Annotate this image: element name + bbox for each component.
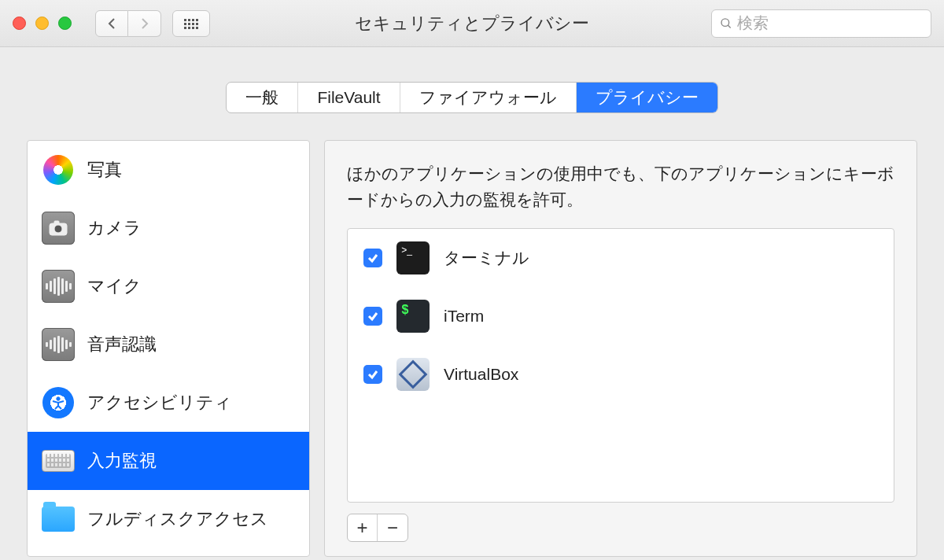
checkbox-virtualbox[interactable] [363,365,382,384]
app-row-terminal[interactable]: ターミナル [348,229,894,287]
folder-icon [42,503,75,536]
sidebar-item-accessibility[interactable]: アクセシビリティ [28,374,309,432]
app-name-label: iTerm [444,307,484,326]
checkbox-terminal[interactable] [363,249,382,267]
pane-description: ほかのアプリケーションの使用中でも、下のアプリケーションにキーボードからの入力の… [347,161,894,212]
sidebar-item-microphone[interactable]: マイク [28,257,309,315]
app-name-label: VirtualBox [444,365,518,384]
search-input[interactable] [737,14,923,32]
sidebar-item-full-disk[interactable]: フルディスクアクセス [28,490,309,548]
tabs-row: 一般 FileVault ファイアウォール プライバシー [0,47,944,113]
sidebar-item-label: マイク [87,274,142,298]
sidebar-item-label: カメラ [87,216,142,240]
show-all-button[interactable] [172,10,210,37]
titlebar: セキュリティとプライバシー [0,0,944,47]
maximize-window-button[interactable] [58,17,72,30]
sidebar-item-input-monitoring[interactable]: 入力監視 [28,432,309,490]
svg-line-1 [728,25,730,28]
sidebar-item-label: 写真 [87,158,122,182]
forward-button[interactable] [128,10,161,37]
window-controls [13,17,72,30]
sidebar-item-label: 入力監視 [87,449,157,473]
virtualbox-icon [396,358,430,391]
sidebar-item-label: 音声認識 [87,333,157,356]
back-button[interactable] [95,10,128,37]
svg-point-0 [721,18,729,26]
close-window-button[interactable] [13,17,26,30]
add-remove-control: + − [347,514,408,542]
tab-general[interactable]: 一般 [227,83,298,112]
sidebar-item-camera[interactable]: カメラ [28,199,309,257]
tab-filevault[interactable]: FileVault [298,83,400,112]
camera-icon [42,212,75,245]
search-field[interactable] [711,9,931,38]
svg-rect-4 [54,221,59,224]
sidebar-item-label: アクセシビリティ [87,391,232,414]
accessibility-icon [42,386,75,419]
sidebar-item-label: フルディスクアクセス [87,507,268,531]
minimize-window-button[interactable] [35,17,49,30]
segmented-tabs: 一般 FileVault ファイアウォール プライバシー [226,82,717,113]
remove-button[interactable]: − [378,514,407,541]
mic-icon [42,270,75,303]
add-button[interactable]: + [348,514,378,541]
privacy-sidebar: 写真 カメラ マイク 音声認識 アクセシビリティ [27,140,310,557]
search-icon [720,17,732,31]
detail-pane: ほかのアプリケーションの使用中でも、下のアプリケーションにキーボードからの入力の… [324,140,917,557]
content-area: 写真 カメラ マイク 音声認識 アクセシビリティ [0,113,944,557]
speech-icon [42,328,75,361]
app-row-iterm[interactable]: iTerm [348,287,894,345]
tab-privacy[interactable]: プライバシー [577,83,717,112]
grid-icon [183,18,199,29]
svg-point-5 [57,397,60,400]
app-name-label: ターミナル [444,247,529,269]
nav-buttons [95,10,161,37]
checkbox-iterm[interactable] [363,307,382,326]
svg-point-3 [54,225,62,233]
terminal-icon [396,241,430,274]
sidebar-item-photos[interactable]: 写真 [28,141,309,199]
keyboard-icon [42,444,75,477]
tab-firewall[interactable]: ファイアウォール [400,83,577,112]
iterm-icon [396,300,430,333]
sidebar-item-speech[interactable]: 音声認識 [28,315,309,374]
app-list: ターミナル iTerm VirtualBox [347,228,894,503]
app-row-virtualbox[interactable]: VirtualBox [348,345,894,403]
photos-icon [42,153,75,186]
